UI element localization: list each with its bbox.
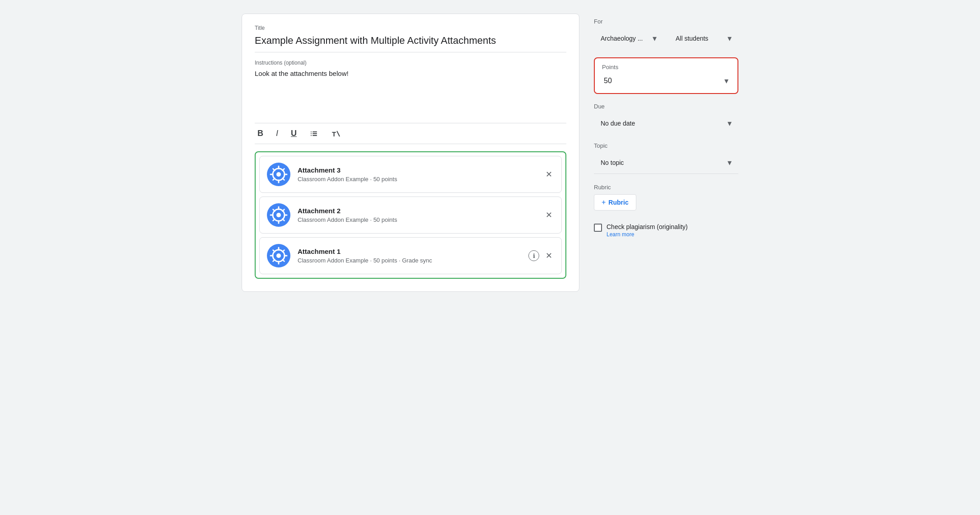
assignment-form: Title Instructions (optional) Look at th… xyxy=(242,14,579,292)
for-section: For Archaeology ... ▾ All students ▾ xyxy=(594,18,738,48)
plagiarism-text: Check plagiarism (originality) Learn mor… xyxy=(607,223,688,238)
attachment-info-2: Attachment 2 Classroom Addon Example · 5… xyxy=(298,207,537,223)
title-input[interactable] xyxy=(255,33,566,50)
points-dropdown[interactable]: 50 ▾ xyxy=(602,75,730,87)
instructions-label: Instructions (optional) xyxy=(255,60,566,66)
svg-point-16 xyxy=(276,253,281,258)
plagiarism-section: Check plagiarism (originality) Learn mor… xyxy=(594,223,738,238)
list-icon xyxy=(309,129,318,138)
svg-rect-5 xyxy=(311,135,312,136)
learn-more-link[interactable]: Learn more xyxy=(607,231,688,238)
remove-attachment-2-button[interactable]: ✕ xyxy=(544,209,554,221)
points-label: Points xyxy=(602,64,730,70)
attachment-title-3: Attachment 3 xyxy=(298,166,537,174)
for-row: Archaeology ... ▾ All students ▾ xyxy=(594,28,738,48)
plagiarism-label: Check plagiarism (originality) xyxy=(607,223,688,230)
svg-point-13 xyxy=(276,213,281,217)
remove-attachment-1-button[interactable]: ✕ xyxy=(544,250,554,262)
addon-icon-3 xyxy=(267,163,290,186)
attachment-title-2: Attachment 2 xyxy=(298,207,537,215)
attachment-card-2: Attachment 2 Classroom Addon Example · 5… xyxy=(259,197,562,234)
title-label: Title xyxy=(255,25,566,31)
text-toolbar: B I U T xyxy=(255,123,566,144)
points-value: 50 xyxy=(604,77,612,85)
attachment-info-1: Attachment 1 Classroom Addon Example · 5… xyxy=(298,248,521,264)
info-attachment-1-button[interactable]: ℹ xyxy=(528,250,539,261)
bold-button[interactable]: B xyxy=(255,127,266,140)
title-divider xyxy=(255,52,566,52)
attachment-card-3: Attachment 3 Classroom Addon Example · 5… xyxy=(259,156,562,193)
svg-rect-2 xyxy=(313,135,317,136)
attachments-container: Attachment 3 Classroom Addon Example · 5… xyxy=(255,151,566,279)
attachment-subtitle-3: Classroom Addon Example · 50 points xyxy=(298,176,537,183)
topic-label: Topic xyxy=(594,142,738,149)
plagiarism-checkbox[interactable] xyxy=(594,224,602,232)
svg-rect-0 xyxy=(313,131,317,132)
class-dropdown-chevron-icon: ▾ xyxy=(653,33,657,43)
attachment-info-3: Attachment 3 Classroom Addon Example · 5… xyxy=(298,166,537,183)
due-dropdown[interactable]: No due date ▾ xyxy=(594,113,738,133)
rubric-btn-label: Rubric xyxy=(608,199,628,206)
students-dropdown[interactable]: All students ▾ xyxy=(669,28,738,48)
rubric-button[interactable]: + Rubric xyxy=(594,194,636,211)
points-section: Points 50 ▾ xyxy=(594,57,738,94)
points-chevron-icon: ▾ xyxy=(724,76,728,86)
attachment-subtitle-2: Classroom Addon Example · 50 points xyxy=(298,216,537,223)
svg-text:T: T xyxy=(332,130,336,138)
topic-divider xyxy=(594,173,738,174)
rubric-label: Rubric xyxy=(594,184,738,191)
instructions-text[interactable]: Look at the attachments below! xyxy=(255,69,566,79)
instructions-field: Instructions (optional) Look at the atta… xyxy=(255,60,566,114)
rubric-plus-icon: + xyxy=(602,198,606,206)
attachment-card-1: Attachment 1 Classroom Addon Example · 5… xyxy=(259,237,562,274)
clear-format-button[interactable]: T xyxy=(328,127,343,140)
svg-rect-3 xyxy=(311,131,312,132)
rubric-section: Rubric + Rubric xyxy=(594,184,738,211)
underline-button[interactable]: U xyxy=(288,127,299,140)
attachment-actions-3: ✕ xyxy=(544,169,554,180)
svg-rect-1 xyxy=(313,133,317,134)
assignment-settings: For Archaeology ... ▾ All students ▾ xyxy=(594,14,738,292)
svg-rect-4 xyxy=(311,133,312,134)
attachment-subtitle-1: Classroom Addon Example · 50 points · Gr… xyxy=(298,257,521,264)
due-label: Due xyxy=(594,103,738,110)
svg-line-7 xyxy=(337,131,340,136)
topic-chevron-icon: ▾ xyxy=(728,158,732,168)
class-dropdown-wrap: Archaeology ... ▾ xyxy=(594,28,663,48)
attachment-actions-2: ✕ xyxy=(544,209,554,221)
class-dropdown[interactable]: Archaeology ... ▾ xyxy=(594,28,663,48)
remove-attachment-3-button[interactable]: ✕ xyxy=(544,169,554,180)
topic-dropdown[interactable]: No topic ▾ xyxy=(594,153,738,173)
italic-button[interactable]: I xyxy=(273,127,281,140)
topic-value: No topic xyxy=(601,159,624,166)
topic-section: Topic No topic ▾ xyxy=(594,142,738,175)
clear-format-icon: T xyxy=(331,129,340,138)
students-dropdown-chevron-icon: ▾ xyxy=(728,33,732,43)
list-button[interactable] xyxy=(307,127,321,140)
for-label: For xyxy=(594,18,738,25)
due-section: Due No due date ▾ xyxy=(594,103,738,133)
class-dropdown-value: Archaeology ... xyxy=(601,35,643,42)
due-chevron-icon: ▾ xyxy=(728,118,732,128)
title-field: Title xyxy=(255,25,566,50)
addon-icon-2 xyxy=(267,203,290,227)
addon-icon-1 xyxy=(267,244,290,267)
svg-point-10 xyxy=(276,172,281,177)
attachment-title-1: Attachment 1 xyxy=(298,248,521,255)
students-dropdown-wrap: All students ▾ xyxy=(669,28,738,48)
attachment-actions-1: ℹ ✕ xyxy=(528,250,554,262)
students-dropdown-value: All students xyxy=(676,35,708,42)
due-value: No due date xyxy=(601,120,635,127)
